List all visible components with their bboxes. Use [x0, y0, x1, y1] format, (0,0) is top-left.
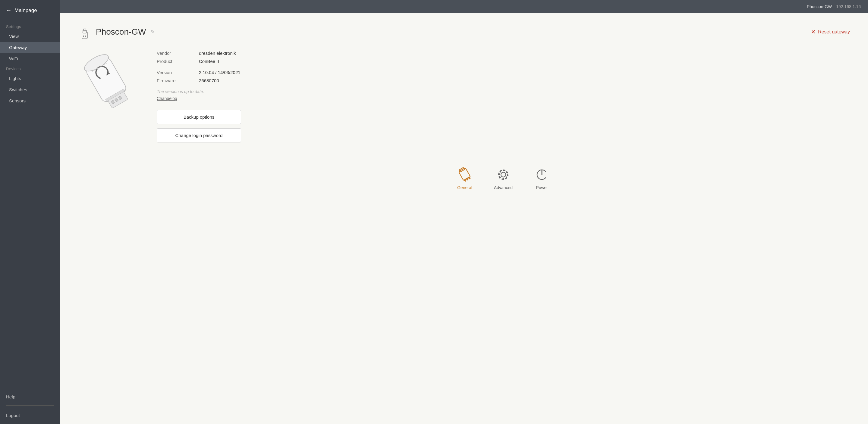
version-row: Version 2.10.04 / 14/03/2021 — [157, 70, 850, 75]
bottom-tabs: General — [157, 161, 850, 190]
device-info-table: Vendor dresden elektronik Product ConBee… — [157, 51, 850, 83]
change-password-button[interactable]: Change login password — [157, 128, 241, 142]
svg-rect-2 — [84, 29, 86, 31]
back-arrow-icon: ← — [6, 7, 11, 13]
tab-power[interactable]: Power — [534, 166, 550, 190]
devices-section-label: Devices — [0, 64, 60, 73]
firmware-row: Firmware 26680700 — [157, 78, 850, 83]
edit-icon[interactable]: ✎ — [150, 29, 155, 35]
product-row: Product ConBee II — [157, 59, 850, 64]
product-value: ConBee II — [199, 59, 219, 64]
sidebar-item-sensors[interactable]: Sensors — [0, 95, 60, 106]
sidebar-item-wifi[interactable]: WiFi — [0, 53, 60, 64]
sidebar-item-gateway[interactable]: Gateway — [0, 42, 60, 53]
firmware-label: Firmware — [157, 78, 187, 83]
page-header: Phoscon-GW ✎ ✕ Reset gateway — [79, 25, 850, 38]
mainpage-link[interactable]: ← Mainpage — [0, 0, 60, 22]
topbar-info: Phoscon-GW 192.168.1.16 — [807, 4, 861, 9]
svg-rect-16 — [464, 176, 471, 182]
svg-rect-3 — [83, 36, 84, 37]
backup-options-button[interactable]: Backup options — [157, 110, 241, 124]
info-area: Vendor dresden elektronik Product ConBee… — [157, 51, 850, 190]
power-tab-icon — [534, 166, 550, 183]
header-usb-icon — [79, 25, 92, 38]
sidebar-item-view[interactable]: View — [0, 31, 60, 42]
topbar: Phoscon-GW 192.168.1.16 — [60, 0, 868, 13]
svg-point-20 — [499, 170, 508, 179]
power-tab-label: Power — [536, 185, 548, 190]
settings-section-label: Settings — [0, 22, 60, 31]
advanced-tab-label: Advanced — [494, 185, 513, 190]
reset-x-icon: ✕ — [811, 29, 815, 35]
version-value: 2.10.04 / 14/03/2021 — [199, 70, 241, 75]
usb-image-area — [79, 51, 138, 117]
version-note: The version is up to date. — [157, 89, 850, 94]
usb-stick-illustration — [82, 51, 135, 117]
sidebar: ← Mainpage Settings View Gateway WiFi De… — [0, 0, 60, 424]
svg-point-19 — [501, 172, 506, 177]
vendor-label: Vendor — [157, 51, 187, 56]
page-title-row: Phoscon-GW ✎ — [79, 25, 155, 38]
product-label: Product — [157, 59, 187, 64]
sidebar-item-logout[interactable]: Logout — [0, 410, 60, 424]
changelog-link[interactable]: Changelog — [157, 96, 177, 101]
sidebar-item-lights[interactable]: Lights — [0, 73, 60, 84]
version-label: Version — [157, 70, 187, 75]
reset-gateway-button[interactable]: ✕ Reset gateway — [811, 29, 850, 35]
advanced-tab-icon — [495, 166, 512, 183]
mainpage-label: Mainpage — [14, 7, 37, 13]
general-tab-label: General — [457, 185, 472, 190]
tab-general[interactable]: General — [457, 166, 473, 190]
sidebar-item-help[interactable]: Help — [0, 391, 60, 401]
tab-advanced[interactable]: Advanced — [494, 166, 513, 190]
vendor-row: Vendor dresden elektronik — [157, 51, 850, 56]
general-tab-icon — [457, 166, 473, 183]
sidebar-item-switches[interactable]: Switches — [0, 84, 60, 95]
firmware-value: 26680700 — [199, 78, 219, 83]
vendor-value: dresden elektronik — [199, 51, 236, 56]
main-content: Phoscon-GW ✎ ✕ Reset gateway — [60, 13, 868, 424]
svg-rect-4 — [85, 36, 86, 37]
topbar-device-name: Phoscon-GW — [807, 4, 832, 9]
page-title: Phoscon-GW — [96, 27, 146, 37]
content-body: Vendor dresden elektronik Product ConBee… — [79, 51, 850, 190]
topbar-ip: 192.168.1.16 — [836, 4, 861, 9]
